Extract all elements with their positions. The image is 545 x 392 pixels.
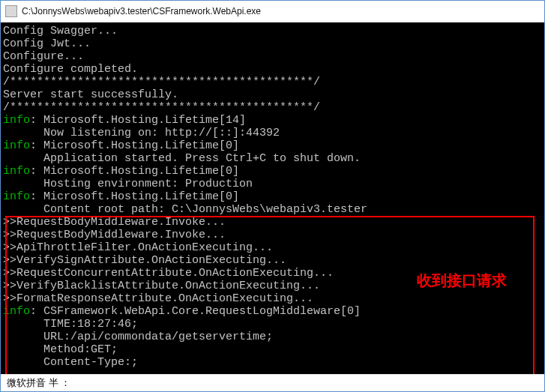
application-window: C:\JonnysWebs\webapiv3.tester\CSFramewor… bbox=[0, 0, 545, 392]
ime-text: 微软拼音 半 ： bbox=[7, 376, 70, 390]
terminal-line: Content-Type:; bbox=[3, 356, 367, 369]
terminal-line: >>VerifySignAttribute.OnActionExecuting.… bbox=[3, 254, 367, 267]
terminal-line: Configure completed. bbox=[3, 63, 367, 76]
terminal-line: /***************************************… bbox=[3, 101, 367, 114]
terminal-line: >>ApiThrottleFilter.OnActionExecuting... bbox=[3, 241, 367, 254]
terminal-output: Config Swagger...Config Jwt...Configure.… bbox=[3, 25, 367, 369]
terminal-line: info: CSFramework.WebApi.Core.RequestLog… bbox=[3, 305, 367, 318]
terminal-line: Content root path: C:\JonnysWebs\webapiv… bbox=[3, 203, 367, 216]
terminal-line: Method:GET; bbox=[3, 343, 367, 356]
terminal-line: >>VerifyBlacklistAttribute.OnActionExecu… bbox=[3, 280, 367, 292]
terminal-line: info: Microsoft.Hosting.Lifetime[0] bbox=[3, 165, 367, 178]
terminal-line: /***************************************… bbox=[3, 76, 367, 88]
terminal-line: info: Microsoft.Hosting.Lifetime[0] bbox=[3, 139, 367, 152]
terminal-line: >>RequestConcurrentAttribute.OnActionExe… bbox=[3, 267, 367, 280]
terminal-line: Configure... bbox=[3, 50, 367, 63]
titlebar[interactable]: C:\JonnysWebs\webapiv3.tester\CSFramewor… bbox=[1, 1, 544, 22]
terminal-line: URL:/api/commondata/getservertime; bbox=[3, 331, 367, 343]
terminal-line: info: Microsoft.Hosting.Lifetime[0] bbox=[3, 190, 367, 203]
terminal-line: info: Microsoft.Hosting.Lifetime[14] bbox=[3, 114, 367, 127]
terminal-line: Server start successfully. bbox=[3, 88, 367, 101]
terminal-area[interactable]: Config Swagger...Config Jwt...Configure.… bbox=[1, 22, 544, 374]
terminal-line: Application started. Press Ctrl+C to shu… bbox=[3, 152, 367, 165]
terminal-line: >>RequestBodyMiddleware.Invoke... bbox=[3, 229, 367, 241]
terminal-line: Now listening on: http://[::]:44392 bbox=[3, 127, 367, 139]
terminal-line: Config Jwt... bbox=[3, 37, 367, 50]
terminal-line: Config Swagger... bbox=[3, 25, 367, 37]
terminal-line: Hosting environment: Production bbox=[3, 178, 367, 190]
window-title: C:\JonnysWebs\webapiv3.tester\CSFramewor… bbox=[22, 6, 261, 16]
annotation-text: 收到接口请求 bbox=[417, 274, 507, 287]
terminal-line: >>FormatResponseAttribute.OnActionExecut… bbox=[3, 292, 367, 305]
terminal-line: >>RequestBodyMiddleware.Invoke... bbox=[3, 216, 367, 229]
terminal-line: TIME:18:27:46; bbox=[3, 318, 367, 331]
ime-status-bar: 微软拼音 半 ： bbox=[1, 374, 544, 391]
app-icon bbox=[5, 5, 17, 17]
